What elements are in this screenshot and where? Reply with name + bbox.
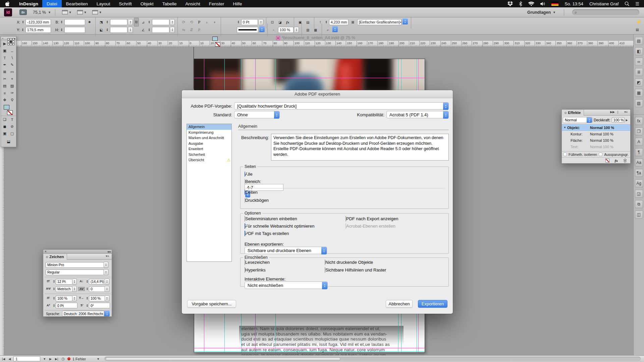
next-page-button[interactable]: ▶ [49,357,52,361]
object-style-field[interactable]: [Einfacher Grafikrahmen]+ [357,19,401,25]
page-text-block[interactable]: elentem. Nam si quia doloreres dolest, c… [241,326,402,355]
scale-x-field[interactable] [110,19,127,25]
gap-field[interactable]: 4,233 mm [329,19,348,25]
radio-pages[interactable] [245,189,245,195]
close-icon[interactable]: × [45,250,47,253]
fx-add-icon[interactable]: fx [615,159,618,163]
font-family-spin[interactable]: ▴▾ [104,262,108,268]
arrange-documents-button[interactable]: ▼ [92,10,102,14]
font-style-field[interactable]: Regular [46,269,104,275]
wrap-bounding-box-icon[interactable]: ▤ [305,19,311,25]
tool-button[interactable]: ✂ [1,75,8,82]
menu-item[interactable]: Schrift [114,0,136,7]
tool-button[interactable]: ▤ [1,82,8,89]
horizontal-ruler[interactable]: 1801701601501401301201101009080706050403… [0,41,644,47]
opacity-spin[interactable]: ▴▾ [294,27,299,33]
menu-item[interactable]: Bearbeiten [62,0,92,7]
zoom-level-dropdown[interactable]: 75,1 %▼ [33,10,51,15]
object-style-spin[interactable]: ▴▾ [402,18,408,24]
compatibility-dropdown[interactable]: Acrobat 5 (PDF 1.4)▴▾ [386,111,449,118]
previous-page-button[interactable]: ◀ [8,357,11,361]
notification-center-icon[interactable]: ☰ [635,1,639,6]
page-number-field[interactable]: 1 [13,356,40,361]
menu-app-name[interactable]: InDesign [15,1,42,6]
wifi-icon[interactable] [528,2,534,6]
dock-panel-icon[interactable]: ◫ [635,210,643,219]
font-size-stepper[interactable]: ▲▼ [52,280,56,283]
option-checkbox[interactable] [245,223,245,229]
vscale-field[interactable]: 100 % [56,296,72,301]
wrap-jump-to-next-icon[interactable]: ▦ [312,26,319,33]
rotation-field[interactable] [152,19,169,25]
clear-effects-icon[interactable] [605,159,609,163]
tool-button[interactable]: ✥ [1,97,8,104]
dock-panel-icon[interactable]: fx [635,117,643,125]
stroke-weight-stepper[interactable]: ▲▼ [237,20,240,24]
search-input[interactable]: ⌕ [572,9,639,15]
flip-horizontal-icon[interactable]: ⇋ [180,26,187,33]
y-stepper[interactable]: ▲▼ [21,28,24,32]
font-style-spin[interactable]: ▴▾ [104,269,108,275]
wrap-jump-icon[interactable]: ▥ [305,26,311,33]
tool-button[interactable]: ↔ [8,47,16,54]
cancel-button[interactable]: Abbrechen [386,300,413,308]
scale-y-spin[interactable]: ▴▾ [128,27,133,33]
lightning-quick-apply-icon[interactable]: ⚡ [636,19,641,24]
link-scale-icon[interactable]: ⛓ [134,18,139,26]
vscale-stepper[interactable]: ▲▼ [52,297,56,300]
tool-button[interactable]: ▣ [1,47,8,54]
corner-shape-spin[interactable]: ▴▾ [332,26,338,32]
radio-all-pages[interactable] [245,171,245,177]
tracking-spin[interactable]: ▴▾ [105,286,109,292]
rotate-cw-icon[interactable]: ⟳ [180,19,187,25]
tool-button[interactable]: ≡ [1,89,8,97]
shear-stepper[interactable]: ▲▼ [148,28,151,32]
last-page-button[interactable]: ▶| [54,357,59,361]
opacity-field[interactable]: 100 % [278,27,293,33]
effects-target-row[interactable]: ▼ Objekt: Normal 100 % [562,124,630,131]
export-button[interactable]: Exportieren [418,300,447,308]
menu-item[interactable]: Datei [42,0,62,7]
tool-button[interactable]: ∖ [8,54,16,61]
panel-menu-icon[interactable]: ▾≡ [624,110,628,114]
menubar-user[interactable]: Christiane Graf [589,1,619,6]
apple-menu[interactable] [0,1,15,6]
baseline-field[interactable]: 0 Pt [56,303,77,308]
effects-target-row[interactable]: ▼ Kontur: Normal 100 % [562,131,630,137]
tool-button[interactable]: ⚲ [8,97,16,104]
section-list-item[interactable]: Allgemein ⚠ [187,124,231,130]
hscale-spin[interactable]: ▴▾ [105,295,109,301]
option-checkbox[interactable] [345,223,346,229]
interactive-elements-dropdown[interactable]: Nicht einschließen▴▾ [245,282,328,289]
tool-button[interactable]: ⊠ [1,68,8,75]
tool-option-button[interactable]: ▣ [1,130,8,137]
menu-item[interactable]: Fenster [205,0,229,7]
dock-panel-icon[interactable]: ▦ [635,89,643,97]
screen-mode-button[interactable]: ▼ [77,10,87,14]
bluetooth-icon[interactable] [519,1,522,6]
language-spin[interactable]: ▴▾ [104,311,110,316]
dock-panel-icon[interactable]: ◲ [635,190,643,198]
scrollbar-thumb[interactable] [106,357,340,361]
workspace-switcher[interactable]: Grundlagen▼ [527,10,556,15]
menu-item[interactable]: Tabelle [158,0,181,7]
tool-button[interactable]: T [1,54,8,61]
volume-icon[interactable] [540,2,545,6]
dock-panel-icon[interactable]: ▤ [635,37,643,45]
scale-x-spin[interactable]: ▴▾ [128,19,133,25]
baseline-stepper[interactable]: ▲▼ [52,304,56,307]
height-field[interactable] [64,27,85,33]
font-size-field[interactable]: 12 Pt [56,279,72,285]
gap-stepper[interactable]: ▲▼ [325,20,328,24]
kerning-field[interactable]: Metrisch [56,286,72,292]
skew-field[interactable]: 0° [89,303,110,308]
preflight-error-text[interactable]: 1 Fehler [72,357,86,361]
section-list-item[interactable]: Komprimierung ⚠ [187,130,231,135]
tool-button[interactable]: ✎ [8,61,16,68]
dock-panel-icon[interactable]: Aa [635,159,643,167]
rotation-spin[interactable]: ▴▾ [170,19,175,25]
menu-item[interactable]: Ansicht [181,0,204,7]
close-icon[interactable]: × [2,37,3,40]
horizontal-scrollbar[interactable] [104,357,641,361]
scale-x-stepper[interactable]: ▲▼ [106,20,109,24]
